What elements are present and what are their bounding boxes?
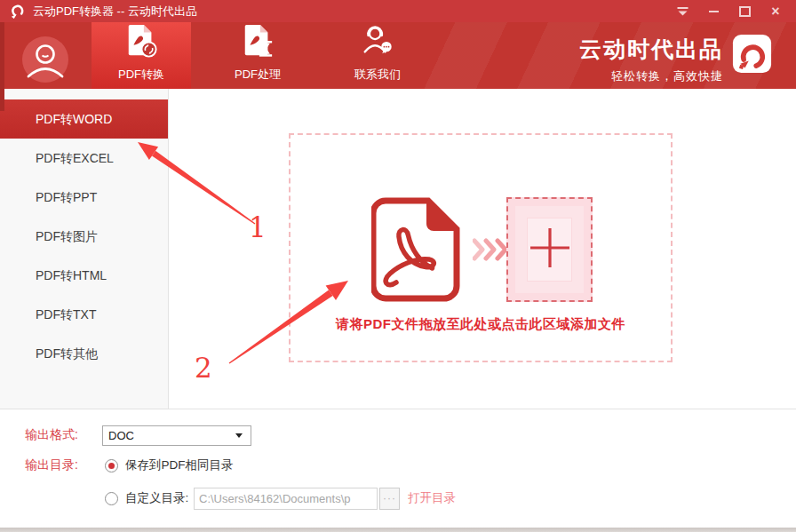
pdf-convert-icon bbox=[124, 23, 158, 62]
output-format-label: 输出格式: bbox=[25, 427, 78, 443]
sidebar-item-pdf-to-word[interactable]: PDF转WORD bbox=[0, 99, 168, 139]
tray-caret-icon[interactable] bbox=[676, 5, 689, 18]
window-edge-strip bbox=[0, 22, 4, 111]
open-dir-link[interactable]: 打开目录 bbox=[408, 490, 456, 506]
maximize-button[interactable] bbox=[738, 5, 751, 18]
dropdown-caret-icon bbox=[235, 433, 243, 438]
output-format-select[interactable]: DOC bbox=[102, 425, 251, 446]
brand-app-icon bbox=[732, 34, 772, 74]
tab-label: PDF处理 bbox=[235, 67, 281, 83]
sidebar-item-pdf-to-html[interactable]: PDF转HTML bbox=[0, 256, 168, 295]
dropzone[interactable]: 请将PDF文件拖放至此处或点击此区域添加文件 bbox=[289, 133, 673, 362]
browse-button[interactable]: ··· bbox=[379, 488, 400, 510]
brand-tagline: 轻松转换，高效快捷 bbox=[579, 68, 723, 84]
tab-label: PDF转换 bbox=[118, 67, 164, 83]
chevrons-right-icon bbox=[473, 238, 508, 261]
sidebar-item-pdf-to-image[interactable]: PDF转图片 bbox=[0, 217, 168, 256]
header: PDF转换 PDF处理 bbox=[0, 22, 796, 89]
app-logo-icon bbox=[9, 4, 27, 19]
tab-pdf-process[interactable]: PDF处理 bbox=[206, 22, 309, 89]
sidebar: PDF转WORD PDF转EXCEL PDF转PPT PDF转图片 PDF转HT… bbox=[0, 89, 169, 409]
sidebar-item-pdf-to-other[interactable]: PDF转其他 bbox=[0, 334, 168, 373]
window-controls: × bbox=[676, 5, 796, 18]
brand-name: 云动时代出品 bbox=[579, 35, 723, 64]
plus-icon bbox=[529, 226, 571, 273]
close-button[interactable]: × bbox=[769, 5, 782, 18]
radio-same-dir[interactable] bbox=[105, 459, 118, 472]
tab-label: 联系我们 bbox=[354, 67, 401, 83]
output-dir-label: 输出目录: bbox=[25, 457, 78, 473]
sidebar-item-pdf-to-excel[interactable]: PDF转EXCEL bbox=[0, 139, 168, 178]
tab-pdf-convert[interactable]: PDF转换 bbox=[92, 22, 191, 89]
brand-text: 云动时代出品 轻松转换，高效快捷 bbox=[579, 35, 723, 84]
dropzone-hint: 请将PDF文件拖放至此处或点击此区域添加文件 bbox=[291, 316, 671, 333]
radio-custom-dir-label[interactable]: 自定义目录: bbox=[125, 490, 188, 506]
contact-headset-icon bbox=[361, 23, 394, 62]
radio-custom-dir[interactable] bbox=[105, 492, 118, 505]
pdf-document-icon bbox=[371, 197, 460, 302]
titlebar: 云动PDF转换器 -- 云动时代出品 × bbox=[0, 0, 796, 22]
app-window: 云动PDF转换器 -- 云动时代出品 × bbox=[0, 0, 796, 532]
output-settings-panel: 输出格式: DOC 输出目录: 保存到PDF相同目录 自定义目录: ··· 打开… bbox=[0, 409, 796, 528]
pdf-process-icon bbox=[241, 23, 275, 62]
user-avatar-icon[interactable] bbox=[22, 36, 68, 83]
output-format-value: DOC bbox=[108, 429, 134, 442]
avatar-zone bbox=[0, 22, 92, 89]
custom-dir-input[interactable] bbox=[194, 488, 378, 510]
sidebar-item-pdf-to-txt[interactable]: PDF转TXT bbox=[0, 295, 168, 334]
window-title: 云动PDF转换器 -- 云动时代出品 bbox=[33, 4, 197, 20]
add-file-target[interactable] bbox=[506, 197, 593, 302]
tab-contact-us[interactable]: 联系我们 bbox=[326, 22, 429, 89]
radio-same-dir-label[interactable]: 保存到PDF相同目录 bbox=[125, 457, 234, 473]
window-bottom-border bbox=[0, 528, 796, 532]
sidebar-item-pdf-to-ppt[interactable]: PDF转PPT bbox=[0, 178, 168, 217]
minimize-button[interactable] bbox=[707, 5, 720, 18]
